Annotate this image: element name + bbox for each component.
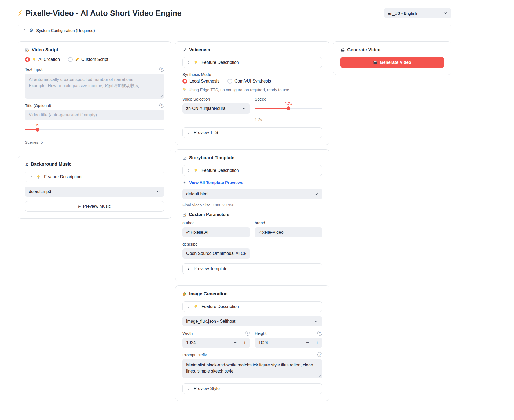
describe-input[interactable] [182,248,250,259]
gear-icon: ⚙ [29,28,33,33]
custom-parameters-title: Custom Parameters [182,212,322,217]
system-config-accordion[interactable]: ⚙ System Configuration (Required) [18,25,451,36]
scenes-caption: Scenes: 5 [25,140,164,144]
scenes-slider-thumb[interactable] [36,128,39,132]
radio-custom-script[interactable]: Custom Script [68,57,108,62]
prompt-prefix-label-row: Prompt Prefix ? [182,352,322,357]
radio-selected-icon [182,79,187,84]
chevron-right-icon [23,29,26,32]
voice-selection-label: Voice Selection [182,97,250,101]
speed-slider[interactable]: 1.2x [255,108,322,109]
help-icon[interactable]: ? [317,331,322,336]
feature-description-accordion[interactable]: Feature Description [182,165,322,176]
feature-description-accordion[interactable]: Feature Description [182,301,322,312]
voiceover-title: Voiceover [182,47,322,53]
describe-label: describe [182,242,250,246]
help-icon[interactable]: ? [317,352,322,357]
title-label-row: Title (Optional) ? [25,103,164,108]
preview-music-button[interactable]: ▶ Preview Music [25,201,164,212]
decrement-button[interactable]: − [306,340,309,345]
workflow-dropdown[interactable]: image_flux.json - Selfhost [182,316,322,326]
radio-local-synthesis[interactable]: Local Synthesis [182,79,219,84]
music-file-value: default.mp3 [29,189,51,194]
increment-button[interactable]: + [244,340,246,345]
preview-style-accordion[interactable]: Preview Style [182,383,322,394]
speed-slider-thumb[interactable] [287,106,290,110]
help-icon[interactable]: ? [159,67,164,72]
decrement-button[interactable]: − [234,340,237,345]
scenes-slider[interactable]: 5 [25,129,164,130]
height-label-row: Height ? [255,331,322,336]
help-icon[interactable]: ? [159,103,164,108]
chevron-right-icon [187,61,190,64]
height-input[interactable]: 1024 − + [255,338,322,348]
tts-info: Using Edge TTS, no configuration require… [182,87,322,92]
music-file-dropdown[interactable]: default.mp3 [25,187,164,197]
video-script-card: Video Script AI Creation [18,41,171,151]
describe-block: describe [182,242,250,259]
background-music-title: ♫ Background Music [25,162,164,167]
prompt-prefix-wrap: Minimalist black-and-white matchstick fi… [182,359,322,378]
view-all-templates-link[interactable]: View All Template Previews [189,180,243,185]
chevron-down-icon [156,189,160,194]
column-right: Generate Video Generate Video [333,41,451,75]
storyboard-title: Storyboard Template [182,155,322,161]
synthesis-mode-label: Synthesis Mode [182,72,322,77]
feature-description-accordion[interactable]: Feature Description [182,57,322,68]
prompt-prefix-textarea[interactable]: Minimalist black-and-white matchstick fi… [182,359,322,378]
video-title-input[interactable] [25,110,164,120]
generate-video-button[interactable]: Generate Video [340,57,444,68]
memo-icon [25,48,30,52]
lightning-icon: ⚡ [18,10,23,17]
preview-tts-accordion[interactable]: Preview TTS [182,127,322,138]
radio-unselected-icon [227,79,232,84]
column-left: Video Script AI Creation [18,41,171,219]
speed-caption: 1.2x [255,117,322,122]
chevron-down-icon [314,192,318,196]
app-title-text: Pixelle-Video - AI Auto Short Video Engi… [25,9,182,18]
generate-video-title: Generate Video [340,47,444,53]
speed-block: Speed 1.2x 1.2x [255,97,322,122]
radio-ai-creation[interactable]: AI Creation [25,57,60,62]
chevron-right-icon [187,305,190,308]
width-input[interactable]: 1024 − + [182,338,250,348]
author-input[interactable] [182,227,250,237]
help-icon[interactable]: ? [245,331,250,336]
template-value: default.html [186,192,208,196]
voice-dropdown[interactable]: zh-CN-YunjianNeural [182,103,250,114]
chevron-right-icon [187,131,190,134]
system-config-label: System Configuration (Required) [36,28,95,33]
triangle-ruler-icon [182,156,187,160]
author-block: author [182,221,250,237]
chevron-right-icon [30,175,33,179]
storyboard-card: Storyboard Template Feature Description [175,149,329,281]
chevron-right-icon [187,387,190,390]
workflow-value: image_flux.json - Selfhost [186,319,235,324]
height-block: Height ? 1024 − + [255,331,322,348]
memo-icon [182,213,187,217]
link-icon [182,180,187,185]
header: ⚡ Pixelle-Video - AI Auto Short Video En… [18,7,451,19]
author-brand-row: author brand [182,221,322,237]
writing-pen-icon [75,57,79,62]
template-previews-link-row: View All Template Previews [182,180,322,185]
language-dropdown[interactable]: en_US - English [384,8,451,18]
background-music-card: ♫ Background Music Feature Description d… [18,156,171,219]
chevron-down-icon [314,319,318,324]
increment-button[interactable]: + [316,340,318,345]
scenes-slider-value: 5 [36,123,39,127]
brand-input[interactable] [255,227,322,237]
speed-label: Speed [255,97,322,101]
main-grid: Video Script AI Creation [18,41,451,401]
template-dropdown[interactable]: default.html [182,189,322,199]
synthesis-mode-radios: Local Synthesis ComfyUI Synthesis [182,79,322,84]
radio-comfyui-synthesis[interactable]: ComfyUI Synthesis [227,79,271,84]
final-size-caption: Final Video Size: 1080 × 1920 [182,203,322,207]
preview-template-accordion[interactable]: Preview Template [182,263,322,274]
brand-label: brand [255,221,322,225]
voice-selection-block: Voice Selection zh-CN-YunjianNeural [182,97,250,122]
feature-description-accordion[interactable]: Feature Description [25,172,164,182]
size-row: Width ? 1024 − + Height ? [182,331,322,348]
image-generation-title: Image Generation [182,291,322,297]
text-input-textarea[interactable] [25,74,164,99]
